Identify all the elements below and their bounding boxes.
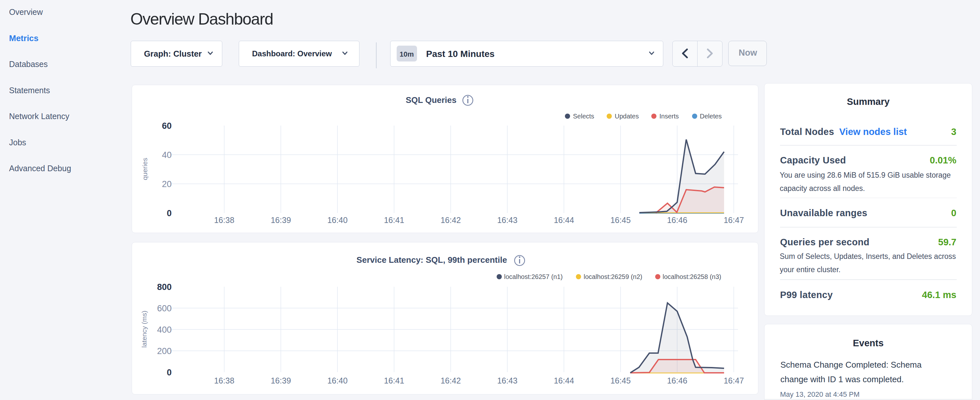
svg-text:localhost:26257 (n1): localhost:26257 (n1) bbox=[504, 273, 563, 280]
svg-text:Deletes: Deletes bbox=[700, 113, 722, 120]
svg-text:16:47: 16:47 bbox=[724, 215, 744, 225]
svg-text:16:42: 16:42 bbox=[441, 376, 461, 385]
svg-text:16:39: 16:39 bbox=[271, 215, 291, 225]
svg-text:16:41: 16:41 bbox=[384, 376, 404, 385]
svg-text:16:42: 16:42 bbox=[441, 215, 461, 225]
svg-text:Updates: Updates bbox=[615, 113, 639, 120]
svg-text:Inserts: Inserts bbox=[659, 113, 679, 120]
svg-text:16:45: 16:45 bbox=[611, 376, 631, 385]
svg-text:localhost:26258 (n3): localhost:26258 (n3) bbox=[663, 273, 721, 280]
svg-text:16:47: 16:47 bbox=[724, 376, 744, 385]
svg-text:16:46: 16:46 bbox=[667, 376, 687, 385]
svg-text:16:40: 16:40 bbox=[328, 376, 348, 385]
svg-text:600: 600 bbox=[157, 304, 172, 313]
svg-text:Selects: Selects bbox=[573, 113, 594, 120]
svg-text:16:40: 16:40 bbox=[328, 215, 348, 225]
svg-text:localhost:26259 (n2): localhost:26259 (n2) bbox=[584, 273, 642, 280]
svg-text:16:45: 16:45 bbox=[611, 215, 631, 225]
svg-text:60: 60 bbox=[162, 121, 172, 131]
svg-text:latency (ms): latency (ms) bbox=[140, 311, 148, 347]
svg-text:16:39: 16:39 bbox=[271, 376, 291, 385]
svg-text:16:44: 16:44 bbox=[554, 215, 574, 225]
svg-text:0: 0 bbox=[167, 209, 172, 218]
svg-text:Service Latency: SQL, 99th per: Service Latency: SQL, 99th percentile bbox=[356, 255, 507, 265]
svg-text:16:41: 16:41 bbox=[384, 215, 404, 225]
svg-text:400: 400 bbox=[157, 325, 172, 335]
svg-text:16:44: 16:44 bbox=[554, 376, 574, 385]
svg-text:0: 0 bbox=[167, 368, 172, 377]
svg-text:16:43: 16:43 bbox=[497, 376, 518, 385]
svg-text:200: 200 bbox=[157, 346, 172, 356]
svg-text:SQL Queries: SQL Queries bbox=[406, 95, 457, 105]
svg-text:16:43: 16:43 bbox=[497, 215, 518, 225]
svg-text:16:38: 16:38 bbox=[214, 376, 235, 385]
svg-text:queries: queries bbox=[141, 158, 148, 180]
svg-text:40: 40 bbox=[162, 150, 172, 160]
svg-text:16:38: 16:38 bbox=[214, 215, 235, 225]
svg-text:800: 800 bbox=[157, 282, 172, 292]
svg-text:20: 20 bbox=[162, 179, 172, 189]
svg-text:16:46: 16:46 bbox=[667, 215, 687, 225]
